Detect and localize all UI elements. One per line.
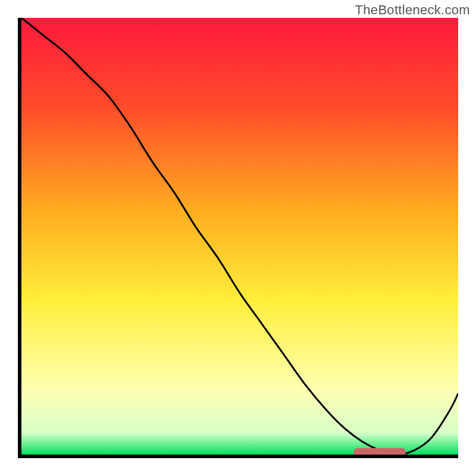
watermark-text: TheBottleneck.com bbox=[355, 2, 470, 18]
optimal-range-marker bbox=[353, 448, 406, 455]
bottleneck-curve bbox=[21, 18, 458, 455]
chart-container: TheBottleneck.com bbox=[0, 0, 476, 476]
plot-area bbox=[21, 18, 458, 455]
curve-svg bbox=[21, 18, 458, 455]
